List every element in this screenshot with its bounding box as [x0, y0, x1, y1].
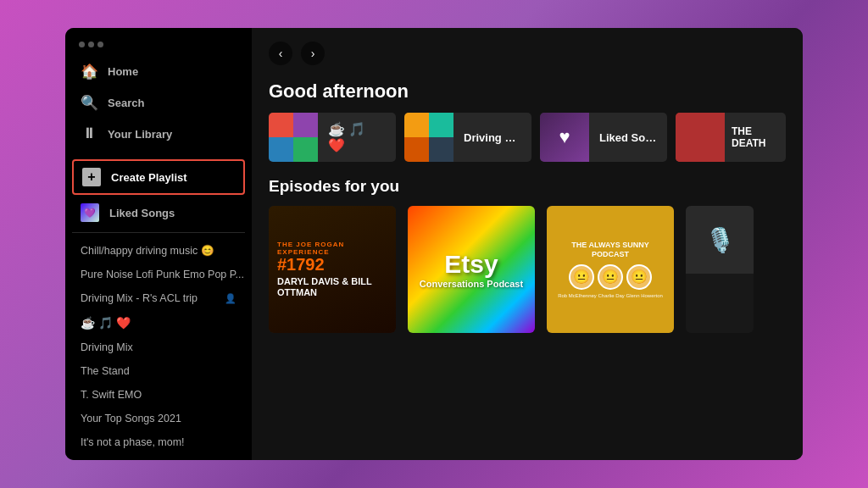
thumb-mini-4 [293, 137, 318, 162]
sunny-thumb: The Always Sunny Podcast 😐 😐 😐 Rob McElh… [547, 206, 674, 333]
card-thumb-driving [404, 113, 453, 162]
episode-card-sunny[interactable]: The Always Sunny Podcast 😐 😐 😐 Rob McElh… [547, 206, 674, 333]
sidebar-item-search[interactable]: 🔍 Search [72, 87, 245, 119]
create-playlist-button[interactable]: + Create Playlist [74, 161, 243, 193]
face-2: 😐 [598, 264, 623, 290]
emoji-playlist-row[interactable]: ☕ 🎵 ❤️ [72, 310, 245, 336]
forward-icon: › [311, 47, 315, 60]
thumb-grid [404, 113, 453, 162]
liked-thumb: ♥ [540, 113, 589, 162]
sidebar-search-label: Search [108, 97, 144, 109]
card-driving-label: Driving Mix [453, 131, 531, 144]
episode-card-etsy[interactable]: Etsy Conversations Podcast [408, 206, 535, 333]
greeting: Good afternoon [252, 74, 803, 113]
list-item[interactable]: The Stand [72, 359, 245, 383]
playlist-card-death[interactable]: THE DEATH [676, 113, 786, 162]
episodes-row: The Joe Rogan Experience #1792 DARYL DAV… [252, 206, 803, 347]
sidebar-library-label: Your Library [108, 128, 172, 141]
app-window: 🏠 Home 🔍 Search ⏸ Your Library + Create … [65, 28, 803, 460]
dot-2 [88, 42, 94, 47]
plus-icon: + [82, 168, 101, 186]
sunny-cast-names: Rob McElhenney Charlie Day Glenn Howerto… [558, 293, 663, 298]
home-icon: 🏠 [81, 63, 97, 80]
liked-songs-icon: 💜 [81, 203, 99, 222]
card-liked-label: Liked Songs [589, 131, 667, 144]
card-thumb-emoji [269, 113, 318, 162]
card-death-label: THE DEATH [725, 125, 786, 149]
etsy-label-big: Etsy [444, 250, 498, 279]
main-content: ‹ › Good afternoon ☕ 🎵 ❤️ [252, 28, 803, 460]
sidebar-nav: 🏠 Home 🔍 Search ⏸ Your Library [65, 56, 252, 149]
thumb-mini-8 [429, 137, 453, 162]
death-thumb [676, 113, 725, 162]
playlist-name: Your Top Songs 2021 [81, 413, 181, 424]
dot-1 [79, 42, 85, 47]
jre-show-title: The Joe Rogan Experience [277, 241, 387, 256]
jre-thumb: The Joe Rogan Experience #1792 DARYL DAV… [269, 206, 396, 333]
top-bar: ‹ › [252, 28, 803, 74]
partial-thumb: 🎙️ [686, 206, 754, 274]
playlist-card-emoji[interactable]: ☕ 🎵 ❤️ [269, 113, 396, 162]
episode-card-jre[interactable]: The Joe Rogan Experience #1792 DARYL DAV… [269, 206, 396, 333]
playlist-name: It's not a phase, mom! [81, 436, 185, 448]
playlist-card-liked[interactable]: ♥ Liked Songs [540, 113, 667, 162]
card-thumb-liked: ♥ [540, 113, 589, 162]
sunny-faces: 😐 😐 😐 [569, 264, 652, 290]
library-icon: ⏸ [81, 125, 97, 142]
playlist-name: Driving Mix [81, 341, 133, 353]
playlist-name: Pure Noise Lofi Punk Emo Pop P... [81, 269, 244, 280]
jre-guest-name: DARYL DAVIS & BILL OTTMAN [277, 276, 387, 298]
top-cards-row: ☕ 🎵 ❤️ Driving Mix ♥ [252, 113, 803, 170]
thumb-mini-1 [269, 113, 293, 137]
episodes-title: Episodes for you [252, 170, 803, 206]
jre-episode-number: #1792 [277, 256, 387, 273]
sidebar-divider [72, 232, 245, 233]
card-emoji-label: ☕ 🎵 ❤️ [318, 121, 396, 153]
thumb-mini-5 [404, 113, 429, 137]
thumb-mini-6 [429, 113, 453, 137]
thumb-mini-7 [404, 137, 429, 162]
list-item[interactable]: Chill/happy driving music 😊 [72, 238, 245, 263]
partial-icon: 🎙️ [705, 226, 735, 254]
list-item[interactable]: Pure Noise Lofi Punk Emo Pop P... [72, 263, 245, 286]
heart-icon: ♥ [559, 126, 570, 148]
face-1: 😐 [569, 264, 594, 290]
list-item[interactable]: It's not a phase, mom! [72, 430, 245, 450]
jre-text: The Joe Rogan Experience #1792 DARYL DAV… [277, 241, 387, 298]
liked-songs-item[interactable]: 💜 Liked Songs [65, 198, 252, 227]
playlist-name: Driving Mix - R's ACL trip [81, 292, 198, 304]
sidebar: 🏠 Home 🔍 Search ⏸ Your Library + Create … [65, 28, 252, 460]
liked-songs-label: Liked Songs [109, 207, 175, 219]
create-playlist-label: Create Playlist [111, 171, 187, 184]
thumb-mini-3 [269, 137, 293, 162]
episode-card-partial[interactable]: 🎙️ [686, 206, 754, 333]
list-item[interactable]: T. Swift EMO [72, 383, 245, 407]
face-3: 😐 [626, 264, 652, 290]
back-button[interactable]: ‹ [269, 42, 292, 65]
etsy-label-sub: Conversations Podcast [420, 279, 523, 289]
sidebar-home-label: Home [108, 65, 138, 78]
list-item[interactable]: Driving Mix - R's ACL trip 👤 [72, 286, 245, 310]
etsy-thumb: Etsy Conversations Podcast [408, 206, 535, 333]
sidebar-item-library[interactable]: ⏸ Your Library [72, 119, 245, 149]
sidebar-item-home[interactable]: 🏠 Home [72, 56, 245, 87]
search-icon: 🔍 [81, 94, 97, 112]
sunny-title-text: The Always Sunny Podcast [554, 241, 667, 259]
dot-3 [97, 42, 103, 47]
playlist-name: T. Swift EMO [81, 389, 142, 401]
list-item[interactable]: Your Top Songs 2021 [72, 407, 245, 430]
forward-button[interactable]: › [301, 42, 325, 65]
playlist-card-driving[interactable]: Driving Mix [404, 113, 531, 162]
create-playlist-wrapper: + Create Playlist [72, 159, 245, 195]
playlist-list: Chill/happy driving music 😊 Pure Noise L… [65, 238, 252, 450]
window-controls [65, 38, 252, 56]
thumb-mini-2 [293, 113, 318, 137]
collab-icon: 👤 [225, 293, 236, 304]
back-icon: ‹ [279, 47, 283, 60]
playlist-name: Chill/happy driving music 😊 [81, 244, 214, 257]
playlist-name: The Stand [81, 365, 130, 377]
thumb-grid [269, 113, 318, 162]
list-item[interactable]: Driving Mix [72, 336, 245, 359]
